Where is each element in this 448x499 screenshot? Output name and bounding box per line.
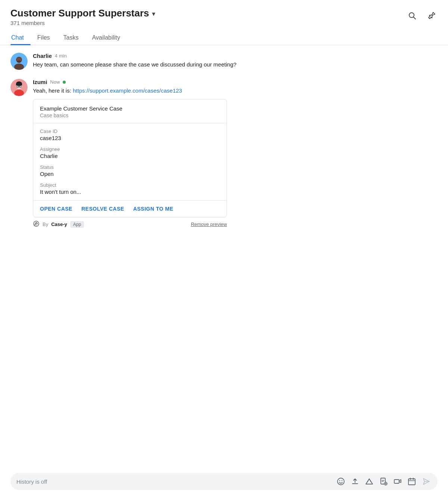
header: Customer Support Superstars ▾ 371 member… (0, 0, 448, 26)
svg-rect-25 (394, 480, 399, 483)
value-assignee: Charlie (40, 153, 220, 159)
search-icon (408, 11, 417, 20)
message-charlie: Charlie 4 min Hey team, can someone plea… (10, 53, 438, 70)
value-status: Open (40, 171, 220, 177)
charlie-author: Charlie (33, 53, 52, 59)
avatar-izumi (10, 79, 28, 96)
chat-area: Charlie 4 min Hey team, can someone plea… (0, 45, 448, 245)
svg-point-17 (339, 480, 340, 481)
field-case-id: Case ID case123 (40, 128, 220, 141)
case-card-title: Example Customer Service Case (40, 105, 220, 112)
tab-bar: Chat Files Tasks Availability (0, 31, 448, 45)
svg-point-16 (337, 478, 344, 485)
tab-files[interactable]: Files (37, 31, 57, 45)
message-body-charlie: Charlie 4 min Hey team, can someone plea… (33, 53, 236, 70)
avatar-charlie (10, 53, 28, 70)
case-card-subtitle: Case basics (40, 112, 220, 118)
label-subject: Subject (40, 182, 220, 188)
by-label: By (43, 221, 48, 227)
label-assignee: Assignee (40, 146, 220, 152)
izumi-author: Izumi (33, 79, 47, 85)
video-button[interactable] (392, 477, 403, 486)
field-assignee: Assignee Charlie (40, 146, 220, 159)
case-card-actions: OPEN CASE RESOLVE CASE ASSIGN TO ME (33, 201, 227, 217)
value-subject: It won't turn on... (40, 189, 220, 195)
svg-point-6 (17, 61, 21, 63)
online-indicator (63, 81, 66, 84)
dropdown-icon[interactable]: ▾ (152, 10, 155, 18)
header-icons (406, 10, 438, 24)
case-link[interactable]: https://support.example.com/cases/case12… (73, 87, 182, 94)
tab-availability[interactable]: Availability (91, 31, 127, 45)
izumi-text: Yeah, here it is: https://support.exampl… (33, 87, 227, 95)
upload-button[interactable] (349, 477, 361, 486)
input-placeholder[interactable]: History is off (16, 478, 332, 485)
charlie-text: Hey team, can someone please share the c… (33, 61, 236, 69)
case-card-body: Case ID case123 Assignee Charlie Status … (33, 123, 227, 201)
search-button[interactable] (406, 10, 418, 24)
tab-tasks[interactable]: Tasks (63, 31, 85, 45)
casey-brand-name: Case-y (51, 221, 67, 227)
emoji-button[interactable] (335, 477, 346, 486)
by-line: By Case-y App Remove preview (33, 220, 227, 229)
input-bar-wrapper: History is off (0, 467, 448, 499)
pin-button[interactable] (426, 10, 438, 24)
message-izumi: Izumi Now Yeah, here it is: https://supp… (10, 79, 438, 229)
label-case-id: Case ID (40, 128, 220, 134)
field-subject: Subject It won't turn on... (40, 182, 220, 195)
assign-to-me-button[interactable]: ASSIGN TO ME (133, 206, 174, 212)
svg-rect-11 (16, 84, 22, 86)
pin-icon (427, 11, 436, 20)
workspace-title: Customer Support Superstars (10, 7, 149, 19)
remove-preview-button[interactable]: Remove preview (191, 221, 227, 227)
doc-plus-button[interactable] (378, 477, 389, 486)
tab-chat[interactable]: Chat (10, 31, 31, 45)
app-badge: App (70, 221, 84, 228)
calendar-button[interactable] (406, 477, 417, 486)
case-card-header: Example Customer Service Case Case basic… (33, 99, 227, 123)
message-header-charlie: Charlie 4 min (33, 53, 236, 59)
charlie-time: 4 min (55, 53, 67, 59)
open-case-button[interactable]: OPEN CASE (40, 206, 72, 212)
resolve-case-button[interactable]: RESOLVE CASE (81, 206, 124, 212)
value-case-id: case123 (40, 135, 220, 141)
svg-rect-26 (408, 479, 415, 485)
header-left: Customer Support Superstars ▾ 371 member… (10, 7, 155, 26)
message-body-izumi: Izumi Now Yeah, here it is: https://supp… (33, 79, 227, 229)
case-card: Example Customer Service Case Case basic… (33, 99, 227, 217)
header-title: Customer Support Superstars ▾ (10, 7, 155, 19)
casey-icon (33, 220, 40, 229)
field-status: Status Open (40, 164, 220, 177)
label-status: Status (40, 164, 220, 170)
input-bar: History is off (10, 473, 438, 490)
drive-button[interactable] (364, 477, 375, 486)
svg-point-18 (342, 480, 342, 481)
member-count: 371 members (10, 20, 155, 26)
send-button[interactable] (420, 477, 432, 486)
izumi-time: Now (50, 79, 60, 85)
message-header-izumi: Izumi Now (33, 79, 227, 85)
svg-line-1 (414, 17, 416, 19)
